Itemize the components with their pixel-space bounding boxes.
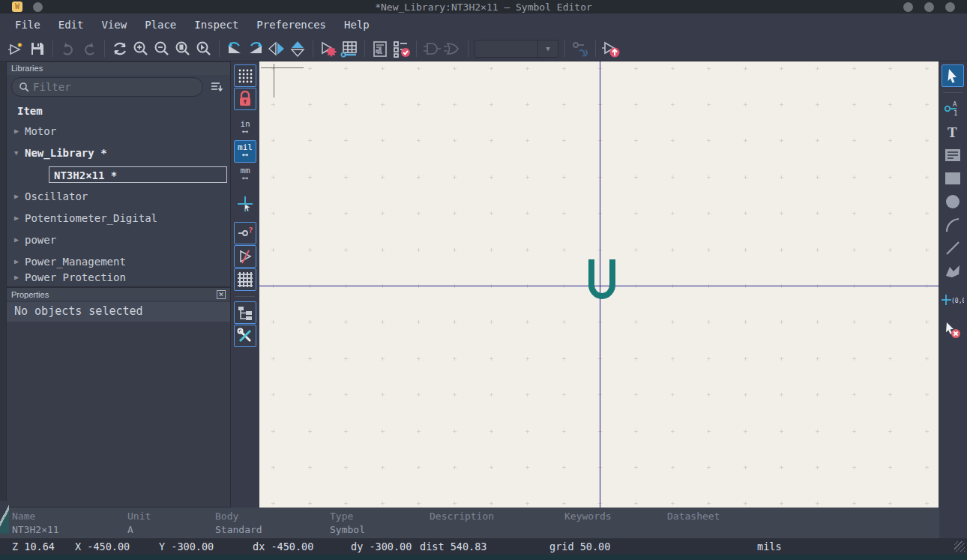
mirror-vertical-button[interactable] <box>287 38 308 59</box>
units-inches-button[interactable]: in⟷ <box>234 117 256 139</box>
rectangle-tool-button[interactable] <box>942 167 964 190</box>
demorgan-standard-button[interactable] <box>421 38 442 59</box>
grid-dot <box>562 320 566 324</box>
library-filter-box[interactable] <box>11 77 203 97</box>
toolbar-separator <box>595 40 596 57</box>
anchor-tool-button[interactable]: (0,0) <box>942 289 964 312</box>
rotate-cw-button[interactable] <box>245 38 266 59</box>
pin-libraries-button[interactable] <box>208 78 226 96</box>
grid-dot <box>344 67 348 70</box>
properties-panel-toggle[interactable] <box>234 325 256 347</box>
window-close-button[interactable] <box>945 2 955 12</box>
toolbar-separator <box>235 296 255 297</box>
text-tool-button[interactable]: T <box>942 121 964 143</box>
grid-dot <box>489 466 493 469</box>
library-filter-input[interactable] <box>33 81 195 93</box>
menu-help[interactable]: Help <box>335 16 379 34</box>
polygon-tool-button[interactable] <box>942 260 964 283</box>
units-mils-button[interactable]: mil⟷ <box>234 140 256 163</box>
library-item-power-protection[interactable]: ▶ Power_Protection <box>7 272 230 282</box>
circle-tool-button[interactable] <box>942 190 964 213</box>
symbol-properties-button[interactable] <box>318 38 339 59</box>
grid-dot <box>308 430 312 433</box>
library-item-new-library[interactable]: ▼ New_Library * <box>7 142 230 163</box>
menu-edit[interactable]: Edit <box>49 16 93 34</box>
pane-corner-wedge <box>0 501 9 534</box>
resize-grip-icon[interactable] <box>954 541 965 552</box>
textbox-tool-button[interactable] <box>942 144 964 166</box>
info-label-datasheet: Datasheet <box>667 511 720 522</box>
grid-dot <box>888 393 892 397</box>
refresh-view-button[interactable] <box>109 38 130 59</box>
chevron-right-icon[interactable]: ▶ <box>14 214 25 222</box>
window-maximize-button[interactable] <box>924 2 934 12</box>
demorgan-alternate-button[interactable] <box>442 38 463 59</box>
chevron-down-icon[interactable]: ▼ <box>14 149 25 157</box>
symbol-item-nt3h2x11[interactable]: NT3H2×11 * <box>7 163 230 185</box>
datasheet-button[interactable] <box>370 38 391 59</box>
hidden-pins-button[interactable] <box>234 268 256 291</box>
grid-dot <box>417 466 421 469</box>
menu-preferences[interactable]: Preferences <box>247 16 335 34</box>
grid-dot <box>634 502 638 505</box>
undo-button[interactable] <box>58 38 79 59</box>
window-minimize-button[interactable] <box>903 2 913 12</box>
zoom-to-fit-button[interactable] <box>172 38 193 59</box>
canvas[interactable] <box>259 61 939 508</box>
zoom-in-button[interactable] <box>130 38 151 59</box>
grid-dot <box>489 248 493 252</box>
chevron-right-icon[interactable]: ▶ <box>14 127 25 135</box>
grid-visibility-button[interactable] <box>234 64 256 87</box>
library-item-power[interactable]: ▶ power <box>7 229 230 250</box>
zoom-out-button[interactable] <box>151 38 172 59</box>
mirror-horizontal-button[interactable] <box>266 38 287 59</box>
save-button[interactable] <box>27 38 48 59</box>
cursor-shape-button[interactable] <box>234 193 256 215</box>
line-tool-button[interactable] <box>942 237 964 259</box>
select-tool-button[interactable] <box>942 64 964 87</box>
grid-dot <box>634 466 638 469</box>
info-label-body: Body <box>215 511 238 522</box>
grid-lock-button[interactable] <box>234 88 256 110</box>
new-symbol-button[interactable]: ✸ <box>6 38 27 59</box>
redo-button[interactable] <box>79 38 100 59</box>
pin-table-button[interactable] <box>339 38 360 59</box>
menu-view[interactable]: View <box>92 16 136 34</box>
grid-dot <box>671 139 675 142</box>
export-symbol-button[interactable] <box>600 38 621 59</box>
delete-tool-button[interactable] <box>942 319 964 341</box>
chevron-right-icon[interactable]: ▶ <box>14 273 25 281</box>
selected-symbol[interactable]: NT3H2×11 * <box>49 166 227 183</box>
library-item-motor[interactable]: ▶ Motor <box>7 120 230 142</box>
chevron-right-icon[interactable]: ▶ <box>14 235 25 244</box>
library-item-potentiometer-digital[interactable]: ▶ Potentiometer_Digital <box>7 207 230 229</box>
close-icon[interactable]: ✕ <box>217 290 226 299</box>
grid-dot <box>888 320 892 324</box>
symbol-reference-text[interactable] <box>587 258 617 307</box>
erc-check-button[interactable] <box>391 38 412 59</box>
arc-tool-button[interactable] <box>942 214 964 236</box>
grid-dot <box>381 248 385 252</box>
library-item-power-management[interactable]: ▶ Power_Management <box>7 250 230 272</box>
hidden-fields-button[interactable] <box>234 245 256 268</box>
menu-file[interactable]: File <box>6 16 49 34</box>
zoom-to-selection-button[interactable] <box>193 38 214 59</box>
grid-dot <box>453 320 457 324</box>
units-mm-button[interactable]: mm⟷ <box>234 163 256 186</box>
grid-dot <box>816 357 819 361</box>
menu-place[interactable]: Place <box>136 16 185 34</box>
unit-select[interactable]: ▼ <box>475 40 558 58</box>
pin-tool-button[interactable]: A1 <box>942 97 964 120</box>
info-value-unit: A <box>127 524 133 535</box>
chevron-right-icon[interactable]: ▶ <box>14 257 25 265</box>
libraries-panel-toggle[interactable] <box>234 301 256 324</box>
rotate-ccw-button[interactable] <box>224 38 245 59</box>
grid-dot <box>634 430 638 433</box>
menu-inspect[interactable]: Inspect <box>185 16 247 34</box>
grid-dot <box>562 248 566 252</box>
sync-pins-button[interactable] <box>570 38 591 59</box>
pin-electrical-types-button[interactable]: ? <box>234 222 256 244</box>
status-dy: dy -300.00 <box>351 541 412 553</box>
library-item-oscillator[interactable]: ▶ Oscillator <box>7 185 230 207</box>
chevron-right-icon[interactable]: ▶ <box>14 192 25 200</box>
